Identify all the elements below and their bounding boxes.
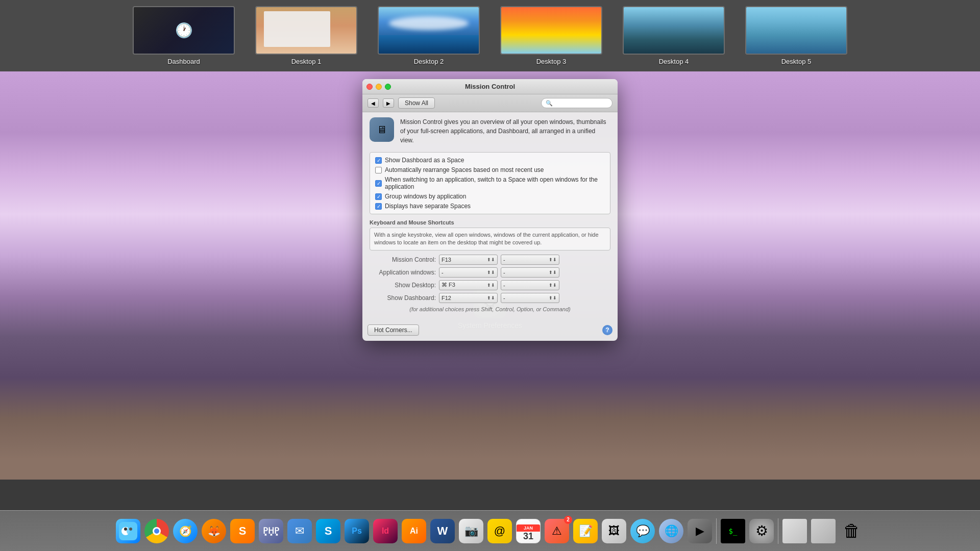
checkbox-auto-rearrange[interactable]: Automatically rearrange Spaces based on …	[375, 166, 605, 173]
dock-item-trash[interactable]: 🗑	[839, 518, 865, 544]
dock-item-system-preferences[interactable]: ⚙	[748, 518, 775, 544]
close-button[interactable]	[366, 84, 373, 90]
dock-item-reminders[interactable]: ⚠ 2	[544, 518, 570, 544]
checkbox-group-windows-input[interactable]: ✓	[375, 193, 382, 200]
chevron-down-icon-5: ⬆⬇	[487, 283, 495, 288]
shortcut-mc-key-select[interactable]: F13 ⬆⬇	[439, 255, 498, 265]
dock-item-image-viewer[interactable]: 🖼	[601, 518, 627, 544]
dock-item-contacts[interactable]: @	[486, 518, 513, 544]
mission-control-window: Mission Control ◀ ▶ Show All 🔍 🖥	[362, 79, 618, 341]
description-area: 🖥 Mission Control gives you an overview …	[370, 117, 610, 145]
shortcut-sd-key-value: ⌘ F3	[442, 282, 455, 288]
shortcut-sd-mod-select[interactable]: - ⬆⬇	[501, 280, 559, 290]
chevron-down-icon-3: ⬆⬇	[487, 270, 495, 275]
media-icon: ▶	[688, 519, 712, 543]
dock-item-mail[interactable]: ✉	[286, 518, 313, 544]
dock-item-slides[interactable]: S	[229, 518, 256, 544]
chrome-icon	[144, 519, 169, 543]
dock-item-phpstorm[interactable]: P͓H͓P͓	[258, 518, 284, 544]
dock-item-messages[interactable]: 💬	[629, 518, 656, 544]
shortcut-aw-key-value: -	[442, 269, 444, 276]
desktop-thumb-dashboard[interactable]: 🕐 Dashboard	[133, 6, 235, 65]
shortcut-mc-mod-value: -	[503, 257, 505, 263]
skype-icon: S	[316, 519, 340, 543]
dock-item-chrome[interactable]	[143, 518, 170, 544]
desktop-thumb-1[interactable]: Desktop 1	[255, 6, 357, 65]
network-icon: 🌐	[659, 519, 683, 543]
dock-item-photoshop[interactable]: Ps	[344, 518, 370, 544]
dock: 🧭 🦊 S P͓H͓P͓ ✉ S Ps Id Ai W 📷	[0, 510, 980, 551]
firefox-icon: 🦊	[202, 519, 226, 543]
dock-item-skype[interactable]: S	[315, 518, 341, 544]
search-bar[interactable]: 🔍	[541, 98, 612, 108]
dashboard-label: Dashboard	[167, 58, 200, 65]
dock-item-illustrator[interactable]: Ai	[401, 518, 427, 544]
shortcut-mc-key-value: F13	[442, 257, 451, 263]
checkbox-group-windows[interactable]: ✓ Group windows by application	[375, 193, 605, 200]
dock-item-finder[interactable]	[115, 518, 141, 544]
minimize-button[interactable]	[376, 84, 382, 90]
dialog-overlay: Mission Control ◀ ▶ Show All 🔍 🖥	[0, 71, 980, 480]
desktop1-label: Desktop 1	[291, 58, 322, 65]
checkboxes-section: ✓ Show Dashboard as a Space Automaticall…	[370, 152, 610, 214]
dock-item-media[interactable]: ▶	[687, 518, 713, 544]
desktop5-label: Desktop 5	[781, 58, 812, 65]
desktop-thumb-2[interactable]: Desktop 2	[378, 6, 480, 65]
shortcut-mc-label: Mission Control:	[370, 256, 436, 263]
checkbox-separate-spaces-input[interactable]: ✓	[375, 203, 382, 210]
chevron-down-icon-7: ⬆⬇	[487, 295, 495, 300]
dock-item-network[interactable]: 🌐	[658, 518, 684, 544]
shortcuts-title: Keyboard and Mouse Shortcuts	[370, 219, 610, 226]
chevron-down-icon-8: ⬆⬇	[549, 295, 557, 300]
dock-item-calendar[interactable]: JAN 31	[515, 518, 542, 544]
shortcut-mc-mod-select[interactable]: - ⬆⬇	[501, 255, 559, 265]
desktop-thumb-4[interactable]: Desktop 4	[623, 6, 725, 65]
shortcut-sdash-key-select[interactable]: F12 ⬆⬇	[439, 293, 498, 303]
maximize-button[interactable]	[385, 84, 391, 90]
chevron-down-icon-2: ⬆⬇	[549, 257, 557, 262]
dock-item-word[interactable]: W	[429, 518, 456, 544]
desktop-thumb-3[interactable]: Desktop 3	[500, 6, 602, 65]
shortcut-aw-mod-select[interactable]: - ⬆⬇	[501, 267, 559, 278]
shortcut-show-desktop: Show Desktop: ⌘ F3 ⬆⬇ - ⬆⬇	[370, 280, 610, 290]
hot-corners-button[interactable]: Hot Corners...	[368, 324, 419, 336]
calendar-icon: JAN 31	[516, 519, 541, 543]
shortcuts-note: (for additional choices press Shift, Con…	[370, 306, 610, 312]
safari-icon: 🧭	[173, 519, 198, 543]
dock-item-spaces[interactable]	[810, 518, 837, 544]
dock-item-indesign[interactable]: Id	[372, 518, 399, 544]
help-button[interactable]: ?	[602, 325, 612, 335]
show-all-button[interactable]: Show All	[398, 97, 435, 109]
indesign-icon: Id	[373, 519, 398, 543]
shortcut-aw-key-select[interactable]: - ⬆⬇	[439, 267, 498, 278]
checkbox-separate-spaces-label: Displays have separate Spaces	[385, 203, 471, 210]
show-desktop-icon	[782, 519, 807, 543]
desktop5-thumbnail	[745, 6, 847, 55]
shortcut-sd-key-select[interactable]: ⌘ F3 ⬆⬇	[439, 280, 498, 290]
desktop-thumb-5[interactable]: Desktop 5	[745, 6, 847, 65]
image-viewer-icon: 🖼	[602, 519, 626, 543]
checkbox-show-dashboard[interactable]: ✓ Show Dashboard as a Space	[375, 157, 605, 164]
dock-item-terminal[interactable]: $_	[720, 518, 746, 544]
finder-icon	[116, 519, 140, 543]
checkbox-switch-space-input[interactable]: ✓	[375, 180, 382, 187]
forward-button[interactable]: ▶	[383, 98, 394, 108]
dashboard-thumbnail: 🕐	[133, 6, 235, 55]
checkbox-auto-rearrange-input[interactable]	[375, 167, 382, 173]
dock-item-show-desktop[interactable]	[781, 518, 808, 544]
shortcut-app-windows: Application windows: - ⬆⬇ - ⬆⬇	[370, 267, 610, 278]
checkbox-switch-space[interactable]: ✓ When switching to an application, swit…	[375, 176, 605, 190]
dock-item-firefox[interactable]: 🦊	[201, 518, 227, 544]
trash-icon: 🗑	[840, 519, 864, 543]
desktop1-thumbnail	[255, 6, 357, 55]
checkbox-separate-spaces[interactable]: ✓ Displays have separate Spaces	[375, 203, 605, 210]
dock-item-notes[interactable]: 📝	[572, 518, 599, 544]
checkbox-show-dashboard-input[interactable]: ✓	[375, 157, 382, 164]
back-button[interactable]: ◀	[368, 98, 379, 108]
shortcut-sdash-mod-select[interactable]: - ⬆⬇	[501, 293, 559, 303]
dock-separator	[716, 518, 717, 544]
search-icon: 🔍	[546, 100, 553, 107]
dock-item-iphoto[interactable]: 📷	[458, 518, 484, 544]
dock-item-safari[interactable]: 🧭	[172, 518, 199, 544]
checkbox-group-windows-label: Group windows by application	[385, 193, 466, 200]
